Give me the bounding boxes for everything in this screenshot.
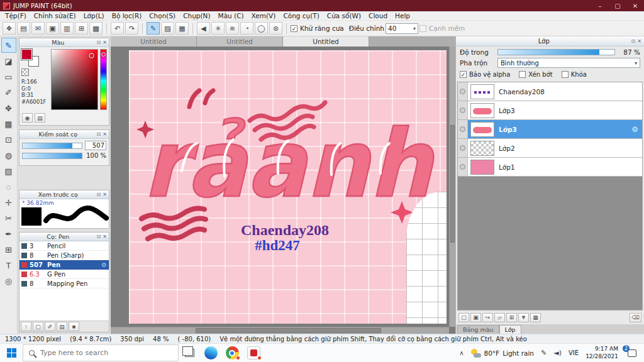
- pages-icon[interactable]: ▥: [60, 22, 74, 35]
- color-wheel-icon[interactable]: ◉: [22, 113, 33, 123]
- fg-bg-swatches[interactable]: [21, 49, 39, 67]
- language-indicator[interactable]: VIE: [569, 349, 579, 356]
- burst-shape-icon[interactable]: ⊛: [269, 22, 282, 35]
- clock[interactable]: 9:17 AM 12/28/2021: [586, 346, 618, 360]
- Pencil[interactable]: 3 Pencil: [19, 241, 109, 251]
- Pen[interactable]: 507 Pen ⚙: [19, 260, 109, 270]
- menu-item[interactable]: Help: [391, 12, 414, 19]
- layer-settings-icon[interactable]: ⚙: [631, 125, 638, 134]
- hidden-icons-button[interactable]: ∧: [459, 349, 464, 356]
- edge-button[interactable]: [200, 344, 221, 362]
- Lớp3[interactable]: Lớp3: [458, 101, 642, 120]
- close-panel-icon[interactable]: ✕: [637, 38, 641, 44]
- layer-visibility-icon[interactable]: [458, 82, 468, 101]
- menu-item[interactable]: Công cụ(T): [279, 12, 323, 19]
- transparent-swatch[interactable]: [21, 69, 29, 76]
- scrollbar-thumb[interactable]: [196, 328, 382, 333]
- menu-item[interactable]: Xem(V): [248, 12, 280, 19]
- add-brush-icon[interactable]: ▢: [33, 322, 43, 331]
- wave-shape-icon[interactable]: ≋: [226, 22, 239, 35]
- menu-item[interactable]: Tệp(F): [1, 12, 30, 19]
- detach-panel-icon[interactable]: ⊡: [97, 40, 101, 45]
- duplicate-layer-icon[interactable]: ▣: [470, 313, 481, 322]
- menu-item[interactable]: Màu (C): [214, 12, 248, 19]
- lasso-tool[interactable]: ◌: [1, 179, 16, 194]
- move-tool[interactable]: ✥: [1, 101, 16, 116]
- canvas-page[interactable]: rảanh Chaenday208 #hd247: [129, 50, 447, 324]
- flatten-icon[interactable]: ▦: [530, 313, 541, 322]
- task-view-button[interactable]: [179, 344, 200, 362]
- brush-menu-icon[interactable]: ▤: [57, 322, 67, 331]
- panel-tab[interactable]: Lớp: [499, 325, 521, 334]
- upload-brush-icon[interactable]: ↑: [21, 322, 31, 331]
- zoom-tool[interactable]: ◎: [1, 273, 16, 288]
- close-button[interactable]: ✕: [626, 0, 644, 11]
- saturation-picker[interactable]: [51, 49, 98, 110]
- layer-option-checkbox[interactable]: Khóa: [562, 71, 587, 78]
- select-pen-tool[interactable]: ⊡: [1, 132, 16, 147]
- menu-item[interactable]: Chọn(S): [145, 12, 179, 19]
- grid-edit-icon[interactable]: ⊞: [75, 22, 88, 35]
- eraser-tool[interactable]: ◪: [1, 53, 16, 69]
- detach-panel-icon[interactable]: ⊡: [97, 131, 101, 137]
- brush-size-slider[interactable]: [22, 143, 82, 149]
- edit-brush-icon[interactable]: ✐: [45, 322, 55, 331]
- weather-widget[interactable]: 80°F Light rain: [471, 349, 535, 358]
- layer-opacity-slider[interactable]: [497, 49, 615, 55]
- start-button[interactable]: [0, 344, 23, 362]
- layer-option-checkbox[interactable]: ✓ Bảo vệ alpha: [460, 71, 510, 78]
- Chaenday208[interactable]: Chaenday208: [458, 82, 642, 101]
- layer-visibility-icon[interactable]: [458, 139, 468, 157]
- layer-visibility-icon[interactable]: [458, 120, 468, 138]
- gradient-stroke-icon[interactable]: ▨: [161, 22, 174, 35]
- brush-swatch-icon[interactable]: ■: [69, 322, 79, 331]
- Lớp1[interactable]: Lớp1: [458, 158, 642, 177]
- divide-tool[interactable]: ✂: [1, 211, 16, 226]
- undo-button[interactable]: ↶: [111, 22, 124, 35]
- color-picker-marker[interactable]: [89, 53, 94, 58]
- copy-icon[interactable]: ▣: [46, 22, 59, 35]
- brush-size-value[interactable]: 507: [85, 141, 106, 150]
- layer-folder-icon[interactable]: ▱: [494, 313, 505, 322]
- brush-opacity-slider[interactable]: [22, 153, 82, 159]
- circle-shape-icon[interactable]: ◯: [255, 22, 268, 35]
- hue-marker[interactable]: [101, 52, 106, 57]
- export-icon[interactable]: ▤: [17, 22, 30, 35]
- fill-tool[interactable]: ◍: [1, 148, 16, 163]
- layer-option-checkbox[interactable]: Xén bớt: [519, 71, 552, 78]
- volume-icon[interactable]: ◄): [553, 349, 562, 357]
- halftone-stroke-icon[interactable]: ▦: [175, 22, 189, 35]
- control-tool[interactable]: ✒: [1, 226, 16, 241]
- vertical-scrollbar[interactable]: [449, 47, 455, 327]
- Mapping Pen[interactable]: 8 Mapping Pen: [19, 279, 109, 288]
- canvas-tab[interactable]: Untitled: [197, 36, 283, 47]
- material-icon[interactable]: ▩: [89, 22, 103, 35]
- canvas-tab[interactable]: Untitled: [111, 36, 197, 47]
- snowflake-shape-icon[interactable]: ✳: [211, 22, 225, 35]
- text-tool[interactable]: T: [1, 258, 16, 273]
- scrollbar-thumb[interactable]: [450, 125, 455, 243]
- new-layer-icon[interactable]: ▢: [458, 313, 469, 322]
- spiral-shape-icon[interactable]: ◔: [240, 22, 253, 35]
- delete-layer-icon[interactable]: ⌫: [630, 313, 641, 322]
- blend-mode-select[interactable]: Bình thường ▾: [497, 58, 640, 68]
- color-sliders-icon[interactable]: ▤: [35, 113, 45, 123]
- maximize-button[interactable]: ▢: [609, 0, 626, 11]
- merge-down-icon[interactable]: ▼: [518, 313, 529, 322]
- menu-item[interactable]: Chụp(N): [179, 12, 214, 19]
- canvas-tab[interactable]: Untitled: [283, 36, 369, 47]
- detach-panel-icon[interactable]: ⊡: [97, 192, 101, 197]
- gradient-tool[interactable]: ▨: [1, 163, 16, 178]
- menu-item[interactable]: Cửa sổ(W): [323, 12, 365, 19]
- hue-slider[interactable]: [100, 49, 107, 110]
- search-input[interactable]: [39, 348, 172, 358]
- wand-tool[interactable]: ✛: [1, 195, 16, 210]
- panel-tab[interactable]: Bảng màu: [457, 325, 499, 334]
- arrow-shape-icon[interactable]: ◀: [197, 22, 210, 35]
- horizontal-scrollbar[interactable]: [111, 327, 449, 334]
- Lớp3[interactable]: Lớp3 ⚙: [458, 120, 642, 139]
- layer-visibility-icon[interactable]: [458, 101, 468, 119]
- grid-tool[interactable]: ⊞: [1, 242, 16, 257]
- minimize-button[interactable]: –: [591, 0, 609, 11]
- search-box[interactable]: [23, 344, 179, 361]
